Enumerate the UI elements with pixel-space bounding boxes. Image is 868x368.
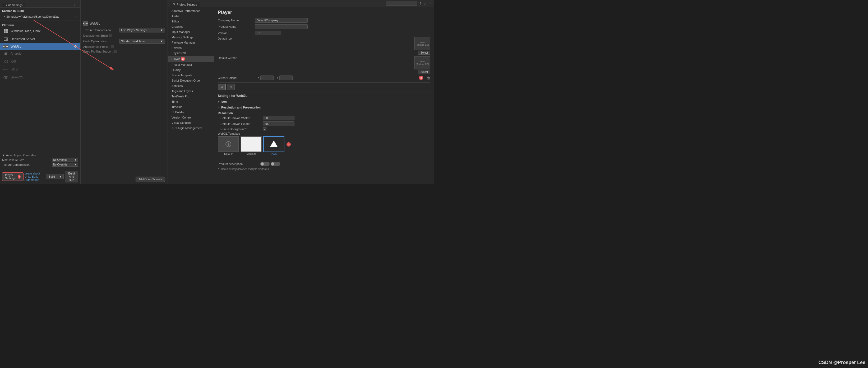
tab-menu-button[interactable]: ⋮ <box>71 1 78 7</box>
hotspot-y-input[interactable] <box>279 75 292 80</box>
project-settings-tab[interactable]: ⚙ Project Settings <box>170 2 199 7</box>
sidebar-item-physics2d[interactable]: Physics 2D <box>168 51 214 56</box>
texture-compression-select[interactable]: No Override ▼ <box>52 163 78 167</box>
canvas-height-input[interactable] <box>263 122 294 126</box>
hotspot-x-input[interactable] <box>260 75 274 80</box>
webgl-spacer <box>81 54 167 174</box>
svg-point-9 <box>5 77 6 78</box>
build-dropdown-arrow[interactable]: ▼ <box>58 174 64 179</box>
sidebar-item-textmesh[interactable]: TextMesh Pro <box>168 94 214 99</box>
webgl-template-section: WebGL Template Default <box>218 132 430 160</box>
player-title: Player <box>218 10 430 15</box>
build-settings-tab[interactable]: Build Settings <box>2 3 25 7</box>
add-open-scenes-button[interactable]: Add Open Scenes <box>135 177 165 182</box>
sidebar-item-time[interactable]: Time <box>168 99 214 104</box>
sidebar-item-scene-template[interactable]: Scene Template <box>168 73 214 78</box>
trash-icon[interactable]: 🗑 <box>427 76 430 80</box>
code-optimization-dropdown[interactable]: Shorter Build Time ▼ <box>119 39 165 43</box>
cursor-hotspot-row: Cursor Hotspot X Y 3 🗑 <box>218 75 430 80</box>
platform-item-dedicated[interactable]: Dedicated Server <box>0 35 80 43</box>
ps-help-icon[interactable]: ? <box>420 2 421 5</box>
product-name-input[interactable] <box>255 24 308 29</box>
player-settings-button[interactable]: Player Settings 1 <box>2 172 24 181</box>
deep-profiling-checkbox[interactable] <box>114 50 117 53</box>
sidebar-item-memory[interactable]: Memory Settings <box>168 35 214 40</box>
template-minimal[interactable]: Minimal <box>241 136 262 156</box>
template-pwa[interactable]: PWA <box>263 136 284 156</box>
platform-item-android[interactable]: Android <box>0 49 80 58</box>
build-button-group: Build ▼ <box>46 174 64 179</box>
ps-menu-icon[interactable]: ⋮ <box>429 2 432 5</box>
max-texture-value: No Override <box>53 158 67 161</box>
platform-btn-monitor[interactable]: 🖥 <box>218 84 226 90</box>
sidebar-item-physics[interactable]: Physics <box>168 45 214 51</box>
build-settings-tab-bar: Build Settings ⋮ <box>0 0 80 8</box>
sidebar-item-xr[interactable]: XR Plugin Management <box>168 125 214 131</box>
product-desc-toggle[interactable] <box>260 162 270 166</box>
scene-item-index: 0 <box>75 15 77 19</box>
resolution-section: ▼ Resolution and Presentation Resolution… <box>218 105 430 131</box>
template-default[interactable]: Default <box>218 136 239 156</box>
platform-icons-bar: 🖥 ⊞ <box>218 84 430 92</box>
default-cursor-select-button[interactable]: Select <box>418 70 430 74</box>
company-name-label: Company Name <box>218 19 255 22</box>
sidebar-item-timeline[interactable]: Timeline <box>168 104 214 109</box>
sidebar-item-visual-scripting[interactable]: Visual Scripting <box>168 120 214 125</box>
platform-item-ios[interactable]: iOS iOS <box>0 58 80 65</box>
asset-overrides-title: Asset Import Overrides <box>6 154 36 157</box>
development-build-checkbox[interactable] <box>109 34 112 37</box>
platform-item-tvos[interactable]: tvOS tvOS <box>0 65 80 73</box>
platform-label-visionos: visionOS <box>10 75 23 79</box>
company-name-row: Company Name <box>218 18 430 23</box>
template-badge-4: 4 <box>286 142 291 146</box>
sidebar-item-preset[interactable]: Preset Manager <box>168 62 214 67</box>
sidebar-item-services[interactable]: Services <box>168 83 214 89</box>
canvas-width-input[interactable] <box>263 115 294 121</box>
sidebar-item-audio[interactable]: Audio <box>168 13 214 19</box>
company-name-input[interactable] <box>255 18 308 23</box>
platform-btn-grid[interactable]: ⊞ <box>227 84 235 90</box>
build-button[interactable]: Build <box>46 174 58 179</box>
scene-item[interactable]: ✓ SimpleLowPolyNature/Scenes/DemoDay 0 <box>2 14 78 19</box>
version-input[interactable] <box>255 31 281 35</box>
webgl-settings-gear-icon[interactable]: ⚙ <box>74 44 77 48</box>
platform-item-windows[interactable]: Windows, Mac, Linux <box>0 27 80 35</box>
sidebar-item-package[interactable]: Package Manager <box>168 40 214 45</box>
texture-compression-setting-label: Texture Compression <box>83 29 118 32</box>
max-texture-select[interactable]: No Override ▼ <box>52 158 78 162</box>
sidebar-item-editor[interactable]: Editor <box>168 19 214 24</box>
default-icon-select-button[interactable]: Select <box>418 51 430 55</box>
product-desc-toggle2[interactable] <box>271 162 280 166</box>
build-and-run-button[interactable]: Build And Run <box>65 171 78 182</box>
sidebar-item-player[interactable]: Player 2 <box>168 56 214 62</box>
canvas-height-row: Default Canvas Height* <box>218 122 430 126</box>
learn-link[interactable]: Learn about Unity Build Automation <box>25 172 43 181</box>
platform-item-visionos[interactable]: visionOS <box>0 73 80 81</box>
ps-main-content: Player Company Name Product Name Version <box>214 7 434 184</box>
sidebar-item-uibuilder[interactable]: UI Builder <box>168 109 214 115</box>
sidebar-item-quality[interactable]: Quality <box>168 67 214 73</box>
icon-section-header[interactable]: ▶ Icon <box>218 99 430 104</box>
default-cursor-container: None(Texture 2D) Select <box>414 56 430 74</box>
ps-sidebar: Adaptive Performance Audio Editor Graphi… <box>168 7 214 184</box>
ps-search-input[interactable] <box>385 1 417 6</box>
development-build-label: Development Build <box>83 34 107 37</box>
run-in-background-row: Run In Background* ✓ <box>218 127 430 131</box>
sidebar-item-input[interactable]: Input Manager <box>168 29 214 35</box>
ps-expand-icon[interactable]: ⤢ <box>424 2 426 5</box>
webgl-panel-spacer <box>81 0 167 19</box>
sidebar-item-tags[interactable]: Tags and Layers <box>168 89 214 94</box>
cursor-hotspot-label: Cursor Hotspot <box>218 76 255 79</box>
scene-item-path: ✓ SimpleLowPolyNature/Scenes/DemoDay <box>3 15 59 19</box>
resolution-section-header[interactable]: ▼ Resolution and Presentation <box>218 105 430 110</box>
platform-item-webgl[interactable]: HTML WebGL ⚙ <box>0 43 80 49</box>
sidebar-item-adaptive[interactable]: Adaptive Performance <box>168 8 214 13</box>
hotspot-y-label: Y <box>276 76 278 79</box>
sidebar-item-graphics[interactable]: Graphics <box>168 24 214 29</box>
version-label: Version <box>218 31 255 35</box>
sidebar-item-version[interactable]: Version Control <box>168 115 214 120</box>
sidebar-item-script-order[interactable]: Script Execution Order <box>168 78 214 83</box>
run-in-background-checkbox[interactable]: ✓ <box>263 127 267 131</box>
autoconnect-profiler-checkbox[interactable] <box>111 45 114 48</box>
texture-compression-dropdown[interactable]: Use Player Settings ▼ <box>119 28 165 32</box>
